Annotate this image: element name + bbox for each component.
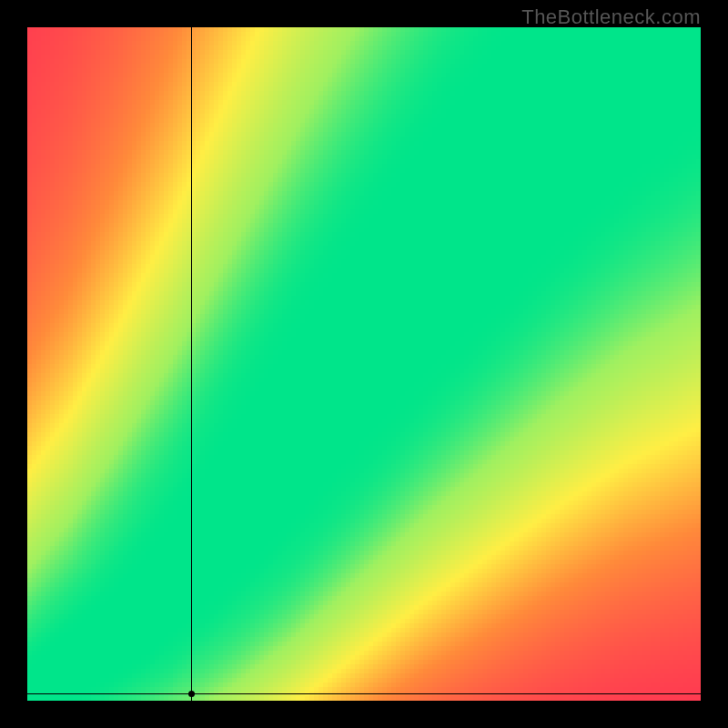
crosshair-horizontal (27, 693, 701, 694)
heatmap-canvas (27, 27, 701, 701)
watermark-text: TheBottleneck.com (521, 5, 701, 29)
heatmap-plot (27, 27, 701, 701)
crosshair-point (188, 691, 195, 697)
crosshair-vertical (191, 27, 192, 701)
